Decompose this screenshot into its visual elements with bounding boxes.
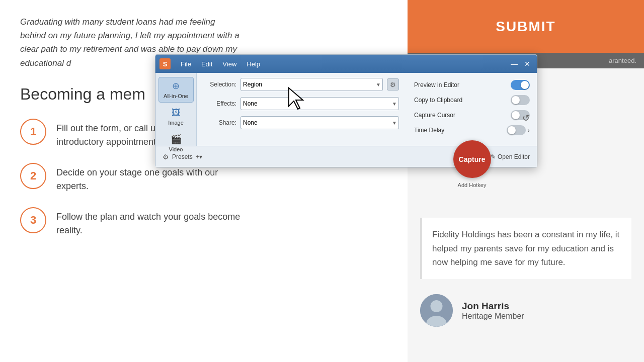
capture-button[interactable]: Capture — [453, 140, 491, 178]
share-row: Share: None ▼ — [204, 116, 399, 129]
image-icon: 🖼 — [172, 108, 181, 118]
minimize-button[interactable]: — — [509, 58, 520, 69]
toggle-knob-clipboard — [512, 96, 520, 104]
toggle-clipboard[interactable] — [511, 95, 530, 105]
submit-button[interactable]: SUBMIT — [408, 0, 644, 53]
step-item-3: 3 Follow the plan and watch your goals b… — [20, 207, 387, 237]
snagit-right-panel: Preview in Editor Copy to Clipboard — [414, 78, 530, 141]
step-number-1: 1 — [30, 125, 36, 138]
snagit-left-panel: Selection: Region Window Full Screen ▼ ⚙… — [204, 78, 399, 141]
sidebar-label-video: Video — [169, 146, 183, 152]
snagit-sidebar: ⊕ All-in-One 🖼 Image 🎬 Video — [155, 73, 197, 146]
menu-view[interactable]: View — [217, 58, 242, 70]
toggle-label-timedelay: Time Delay — [414, 127, 503, 134]
snagit-body: ⊕ All-in-One 🖼 Image 🎬 Video Selection: — [155, 73, 537, 146]
sidebar-item-video[interactable]: 🎬 Video — [158, 131, 194, 155]
svg-point-1 — [431, 300, 443, 312]
step-circle-2: 2 — [20, 163, 46, 189]
undo-icon[interactable]: ↺ — [522, 113, 530, 124]
step-text-3: Follow the plan and watch your goals bec… — [56, 207, 248, 237]
share-select[interactable]: None — [240, 116, 399, 129]
toggle-preview[interactable] — [511, 80, 530, 90]
person-info: Jon Harris Heritage Member — [462, 301, 524, 321]
quote-text: Fidelity Holdings has been a constant in… — [432, 230, 619, 266]
effects-select-wrapper: None ▼ — [240, 97, 399, 110]
step-circle-1: 1 — [20, 119, 46, 145]
toggle-row-clipboard: Copy to Clipboard — [414, 95, 530, 105]
share-label: Share: — [204, 119, 236, 126]
snagit-main-panel: Selection: Region Window Full Screen ▼ ⚙… — [197, 73, 537, 146]
toggle-row-cursor: Capture Cursor — [414, 110, 530, 120]
capture-area: ↺ Capture Add Hotkey — [414, 140, 530, 188]
selection-select-wrapper: Region Window Full Screen ▼ — [240, 78, 383, 91]
effects-label: Effects: — [204, 100, 236, 107]
toggle-knob-timedelay — [508, 126, 516, 134]
effects-row: Effects: None ▼ — [204, 97, 399, 110]
menu-file[interactable]: File — [176, 58, 196, 70]
presets-area: ⚙ Presets +▾ — [163, 153, 202, 161]
share-select-wrapper: None ▼ — [240, 116, 399, 129]
selection-label: Selection: — [204, 81, 236, 88]
video-icon: 🎬 — [171, 134, 182, 145]
snagit-titlebar: S File Edit View Help — ✕ — [155, 55, 537, 73]
step-number-2: 2 — [30, 169, 36, 183]
sidebar-item-allinone[interactable]: ⊕ All-in-One — [158, 77, 194, 103]
menu-edit[interactable]: Edit — [196, 58, 217, 70]
testimonial-quote: Fidelity Holdings has been a constant in… — [420, 218, 631, 279]
sidebar-item-image[interactable]: 🖼 Image — [158, 105, 194, 129]
person-name: Jon Harris — [462, 301, 524, 312]
toggle-row-preview: Preview in Editor — [414, 80, 530, 90]
submit-area: SUBMIT — [408, 0, 644, 53]
snagit-menu: File Edit View Help — [176, 58, 265, 70]
toggle-row-timedelay: Time Delay › — [414, 125, 530, 135]
presets-gear-icon: ⚙ — [163, 153, 169, 161]
close-button[interactable]: ✕ — [522, 58, 533, 69]
toggle-timedelay[interactable] — [507, 125, 526, 135]
sidebar-label-allinone: All-in-One — [164, 93, 188, 99]
toggle-knob-preview — [521, 81, 529, 89]
selection-gear-button[interactable]: ⚙ — [387, 78, 399, 90]
add-hotkey-label[interactable]: Add Hotkey — [458, 182, 487, 188]
selection-select[interactable]: Region Window Full Screen — [240, 78, 383, 91]
snagit-window: S File Edit View Help — ✕ ⊕ All-in-One 🖼… — [155, 54, 537, 167]
selection-row: Selection: Region Window Full Screen ▼ ⚙ — [204, 78, 399, 91]
toggle-label-clipboard: Copy to Clipboard — [414, 97, 507, 104]
menu-help[interactable]: Help — [242, 58, 265, 70]
effects-select[interactable]: None — [240, 97, 399, 110]
timedelay-expand-icon[interactable]: › — [527, 126, 530, 134]
step-number-3: 3 — [30, 214, 36, 227]
person-role: Heritage Member — [462, 312, 524, 321]
avatar — [420, 294, 453, 327]
sidebar-label-image: Image — [168, 120, 184, 126]
toggle-label-preview: Preview in Editor — [414, 81, 507, 88]
add-preset-button[interactable]: +▾ — [196, 153, 202, 160]
guaranteed-text: aranteed. — [609, 57, 636, 64]
toggle-knob-cursor — [512, 111, 520, 119]
presets-label: Presets — [172, 153, 193, 160]
toggle-label-cursor: Capture Cursor — [414, 112, 507, 119]
snagit-logo: S — [159, 58, 171, 69]
testimonial-person: Jon Harris Heritage Member — [420, 294, 631, 327]
allinone-icon: ⊕ — [172, 80, 180, 92]
window-controls: — ✕ — [509, 58, 533, 69]
step-circle-3: 3 — [20, 207, 46, 233]
